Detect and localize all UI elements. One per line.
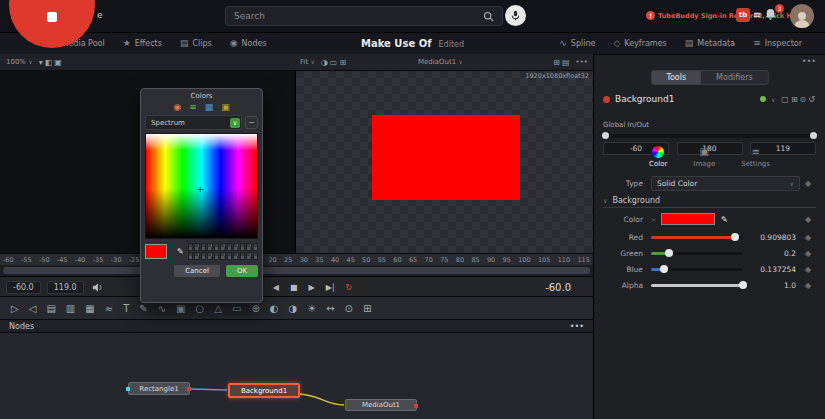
keyframe-diamond-icon[interactable]: ◆ (800, 281, 816, 290)
play-reverse-icon[interactable]: ◀ (272, 283, 280, 292)
tab-modifiers[interactable]: Modifiers (701, 71, 768, 84)
viewer-more-options[interactable]: ••• (576, 58, 588, 66)
transform-icon[interactable]: ⊙ (344, 303, 354, 314)
tubebuddy-extension[interactable]: tb ≡ (736, 8, 761, 22)
search-icon[interactable] (483, 11, 494, 22)
color-swatch[interactable] (207, 252, 212, 260)
cancel-button[interactable]: Cancel (174, 265, 220, 277)
color-swatch[interactable] (227, 252, 232, 260)
go-to-end-icon[interactable]: ▶| (325, 283, 336, 292)
node-graph[interactable]: Rectangle1 Background1 MediaOut1 (0, 333, 593, 419)
extension-menu-icon[interactable]: ≡ (753, 8, 761, 22)
layout-grid-icon[interactable]: ⊞ (552, 58, 561, 67)
red-slider-handle[interactable] (731, 233, 739, 241)
image-picker-icon[interactable]: ▣ (220, 102, 231, 112)
color-swatch[interactable] (201, 243, 206, 251)
ellipse-mask-icon[interactable]: ○ (195, 303, 206, 314)
merge-icon[interactable]: ⊕ (250, 303, 260, 314)
color-corrector-icon[interactable]: ◑ (288, 303, 299, 314)
search-input[interactable]: Search (225, 6, 503, 26)
color-swatch[interactable] (246, 252, 251, 260)
nodes-panel-options[interactable]: ••• (570, 322, 584, 331)
green-value[interactable]: 0.2 (749, 249, 800, 258)
output-port[interactable] (414, 404, 418, 408)
fast-noise-icon[interactable]: ≈ (104, 303, 114, 314)
current-color-swatch[interactable] (145, 244, 167, 259)
stop-recording-icon[interactable] (47, 12, 57, 22)
node-mediaout1[interactable]: MediaOut1 (345, 399, 417, 411)
tab-metadata[interactable]: ▤ Metadata (676, 32, 744, 54)
viewer-options-icon[interactable]: ▤ (561, 58, 571, 67)
type-dropdown[interactable]: Solid Color ∨ (651, 176, 800, 191)
eyedropper-icon[interactable]: ✎ (721, 215, 728, 224)
guides-icon[interactable]: ⊞ (338, 58, 347, 67)
play-icon[interactable]: ▶ (308, 283, 316, 292)
tab-clips[interactable]: ▤ Clips (171, 32, 221, 54)
keyframe-diamond-icon[interactable]: ◆ (800, 265, 816, 274)
alpha-slider[interactable] (651, 284, 743, 287)
zoom-level-dropdown[interactable]: 100% ∨ (6, 58, 33, 66)
ok-button[interactable]: OK (226, 265, 258, 277)
color-swatch[interactable] (233, 243, 238, 251)
rgb-sliders-icon[interactable]: ≡ (188, 102, 198, 112)
notifications-button[interactable]: 3 (763, 7, 781, 25)
keyframe-diamond-icon[interactable]: ◆ (800, 179, 816, 188)
color-swatch[interactable] (253, 243, 258, 251)
dissolve-icon[interactable]: ◐ (269, 303, 280, 314)
loader-icon[interactable]: ▤ (45, 303, 56, 314)
subtab-image[interactable]: ▣ Image (693, 146, 715, 168)
alpha-value[interactable]: 1.0 (749, 281, 800, 290)
background-icon[interactable]: ▦ (84, 303, 95, 314)
red-slider[interactable] (651, 236, 743, 239)
timeline-ruler[interactable]: -60-55-50-45-40-35-30-25-20-15-10-505101… (0, 253, 593, 265)
color-picker-crosshair[interactable]: + (197, 184, 205, 194)
timeline-range-scrollbar[interactable] (0, 265, 593, 276)
warning-text[interactable]: TubeBuddy Sign-in Required, Click Here (658, 12, 804, 20)
inspector-options[interactable]: ••• (802, 57, 816, 66)
stop-icon[interactable]: ■ (289, 283, 299, 292)
blue-value[interactable]: 0.137254 (749, 265, 800, 274)
rectangle-mask-icon[interactable]: ▭ (231, 303, 242, 314)
node-settings-icon[interactable]: ⊞ (790, 95, 799, 104)
node-background1[interactable]: Background1 (228, 383, 300, 398)
proxy-icon[interactable]: ◑ (320, 58, 329, 67)
out-handle[interactable] (810, 132, 817, 139)
render-out-field[interactable]: 119.0 (47, 281, 84, 294)
viewer-pane-right[interactable]: 1920x1080xfloat32 (296, 70, 593, 253)
keyframe-diamond-icon[interactable]: ◆ (800, 249, 816, 258)
spectrum-mode-dropdown[interactable]: Spectrum ∨ (145, 115, 242, 130)
range-thumb[interactable] (3, 267, 590, 274)
node-rectangle1[interactable]: Rectangle1 (128, 382, 190, 395)
saver-icon[interactable]: ▥ (65, 303, 76, 314)
color-swatch[interactable] (233, 252, 238, 260)
tab-inspector[interactable]: ≡ Inspector (744, 32, 811, 54)
background-section-header[interactable]: ∨ Background (603, 196, 816, 208)
color-swatch[interactable] (214, 243, 219, 251)
keyframe-diamond-icon[interactable]: ◆ (800, 215, 816, 224)
green-slider-handle[interactable] (665, 249, 673, 257)
color-swatch[interactable] (194, 252, 199, 260)
color-swatch[interactable] (188, 252, 193, 260)
color-swatch[interactable] (240, 243, 245, 251)
roi-icon[interactable]: ▭ (329, 58, 339, 67)
green-slider[interactable] (651, 252, 743, 255)
polygon-mask-icon[interactable]: △ (213, 303, 223, 314)
in-handle[interactable] (602, 132, 609, 139)
color-swatch[interactable] (194, 243, 199, 251)
color-swatch[interactable] (220, 243, 225, 251)
color-swatch[interactable] (188, 243, 193, 251)
bspline-mask-icon[interactable]: ∿ (157, 303, 167, 314)
blue-slider[interactable] (651, 268, 743, 271)
tab-effects[interactable]: ★ Effects (114, 32, 171, 54)
color-swatch[interactable] (201, 252, 206, 260)
red-value[interactable]: 0.909803 (749, 233, 800, 242)
audio-mute-button[interactable] (92, 278, 104, 297)
color-swatch[interactable] (227, 243, 232, 251)
remove-swatch-button[interactable]: − (245, 116, 258, 129)
resize-icon[interactable]: ↔ (325, 303, 335, 314)
reset-icon[interactable]: ↺ (807, 95, 816, 104)
voice-search-button[interactable] (505, 5, 526, 26)
loop-icon[interactable]: ↻ (345, 283, 354, 292)
media-in-icon[interactable]: ▷ (10, 303, 20, 314)
fit-dropdown[interactable]: Fit ∨ (300, 58, 315, 66)
